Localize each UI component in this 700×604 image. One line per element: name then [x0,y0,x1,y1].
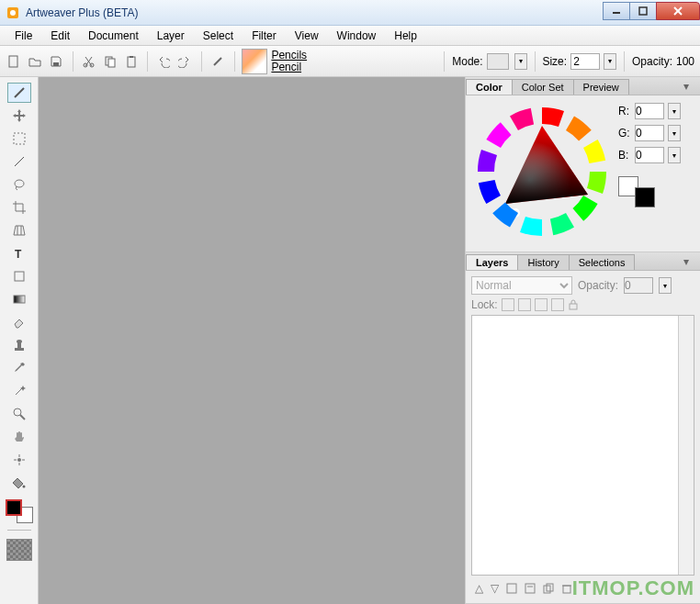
tool-perspective[interactable] [7,220,31,240]
open-file-icon[interactable] [27,51,44,72]
delete-layer-icon[interactable] [561,583,572,594]
redo-icon[interactable] [176,51,194,72]
paste-icon[interactable] [122,51,140,72]
scrollbar-up-icon[interactable]: ▲ [683,318,691,327]
lock-label: Lock: [471,298,498,311]
menu-window[interactable]: Window [330,28,384,44]
copy-icon[interactable] [101,51,119,72]
color-panel: Color Color Set Preview ▾ [466,77,700,252]
svg-rect-7 [53,62,59,66]
svg-point-30 [17,458,21,462]
new-file-icon[interactable] [6,51,23,72]
menu-edit[interactable]: Edit [43,28,77,44]
layer-down-icon[interactable]: ▽ [491,582,499,595]
tool-zoom[interactable] [7,404,31,424]
paper-texture-thumb[interactable] [6,539,32,561]
menu-filter[interactable]: Filter [244,28,284,44]
cut-icon[interactable] [81,51,98,72]
svg-rect-45 [525,584,535,593]
tool-eraser[interactable] [7,312,31,332]
color-wheel[interactable] [473,103,611,240]
svg-text:T: T [15,248,22,261]
brush-preview-thumb[interactable] [242,49,267,74]
new-group-icon[interactable] [525,583,536,594]
tool-wand[interactable] [7,381,31,401]
lock-transparency-icon[interactable] [535,298,548,311]
size-field: Size: ▾ [542,53,616,70]
svg-rect-18 [14,133,25,144]
tab-selections[interactable]: Selections [569,254,636,270]
tool-move[interactable] [7,106,31,126]
brush-variant[interactable]: Pencil [271,62,436,73]
duplicate-layer-icon[interactable] [543,583,554,594]
tool-eyedropper[interactable] [7,358,31,378]
mode-swatch[interactable] [487,53,509,70]
canvas-area[interactable] [39,77,465,604]
tool-stamp[interactable] [7,335,31,355]
tool-marquee[interactable] [7,129,31,149]
new-layer-icon[interactable] [506,583,517,594]
toolbar: Pencils Pencil Mode: ▾ Size: ▾ Opacity: … [0,46,700,77]
menu-bar: File Edit Document Layer Select Filter V… [0,26,700,46]
tool-brush[interactable] [7,83,31,103]
svg-rect-6 [9,56,17,67]
tool-lasso[interactable] [7,174,31,195]
tab-layers[interactable]: Layers [466,254,518,270]
b-input[interactable] [635,147,664,163]
brush-tool-icon[interactable] [209,51,227,72]
tool-shape[interactable] [7,266,31,286]
tool-fill[interactable] [7,473,31,493]
size-dropdown[interactable]: ▾ [604,53,616,70]
mini-color-swatches[interactable] [618,176,655,207]
layer-up-icon[interactable]: △ [475,582,483,595]
undo-icon[interactable] [155,51,173,72]
panel-menu-icon[interactable]: ▾ [683,80,696,91]
svg-point-10 [84,63,87,67]
b-dd[interactable]: ▾ [668,147,681,163]
tab-color[interactable]: Color [466,79,513,95]
color-swatches[interactable] [6,499,33,523]
blend-mode-select[interactable]: Normal [471,276,572,295]
size-input[interactable] [570,53,600,70]
menu-file[interactable]: File [7,28,40,44]
r-dd[interactable]: ▾ [668,103,681,119]
app-icon [6,6,20,20]
lock-position-icon[interactable] [518,298,531,311]
lock-all-icon[interactable] [551,298,564,311]
menu-view[interactable]: View [288,28,326,44]
layer-opacity-dd[interactable]: ▾ [659,277,672,294]
brush-category[interactable]: Pencils [271,50,436,62]
panel-menu-icon[interactable]: ▾ [683,255,696,266]
g-input[interactable] [635,125,664,141]
svg-rect-24 [15,348,24,351]
tool-line[interactable] [7,151,31,172]
layer-opacity-input[interactable] [624,277,653,294]
close-button[interactable] [656,2,700,20]
menu-layer[interactable]: Layer [150,28,192,44]
menu-select[interactable]: Select [196,28,241,44]
minimize-button[interactable] [603,2,630,20]
size-label: Size: [542,55,567,68]
r-input[interactable] [635,103,664,119]
g-dd[interactable]: ▾ [668,125,681,141]
layers-panel: Layers History Selections ▾ Normal Opaci… [466,252,700,604]
tool-hand[interactable] [7,427,31,447]
lock-pixels-icon[interactable] [502,298,514,311]
foreground-color-swatch[interactable] [6,499,22,516]
tab-color-set[interactable]: Color Set [512,79,574,95]
mini-fg-swatch[interactable] [635,187,655,207]
save-icon[interactable] [48,51,65,72]
mode-dropdown[interactable]: ▾ [514,53,527,70]
menu-help[interactable]: Help [387,28,424,44]
svg-rect-14 [128,57,135,67]
tool-text[interactable]: T [7,243,31,263]
tool-event[interactable] [7,450,31,470]
menu-document[interactable]: Document [81,28,146,44]
tab-history[interactable]: History [517,254,569,270]
svg-rect-23 [14,296,25,303]
tool-crop[interactable] [7,197,31,218]
tab-preview[interactable]: Preview [573,79,629,95]
maximize-button[interactable] [629,2,657,20]
tool-gradient[interactable] [7,289,31,309]
layer-list[interactable]: ▲ [471,315,694,576]
